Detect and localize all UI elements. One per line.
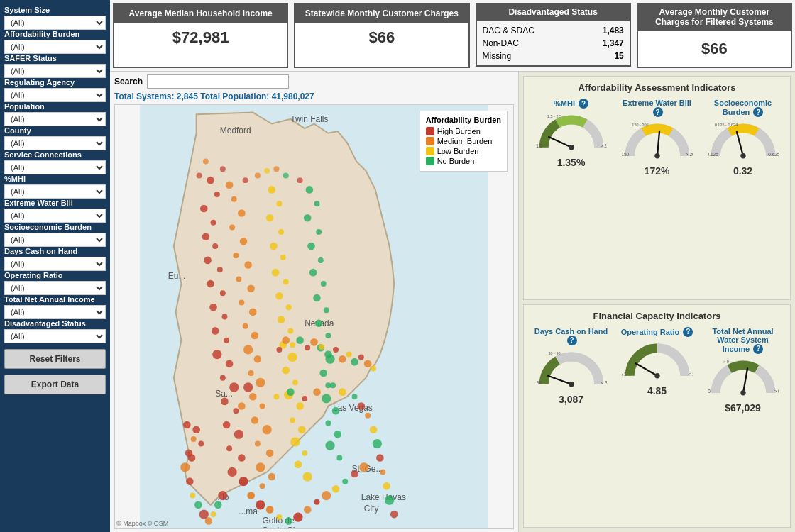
- gauge-label-text: ≤ 1.5: [536, 143, 543, 148]
- filter-select-extreme-water-bill[interactable]: (All): [4, 209, 106, 223]
- svg-point-165: [211, 511, 216, 517]
- dis-row-value: 1,347: [603, 38, 624, 48]
- svg-point-96: [316, 229, 322, 235]
- filter-label-regulating-agency: Regulating Agency: [4, 78, 106, 87]
- svg-point-44: [231, 196, 237, 202]
- svg-point-20: [212, 243, 218, 249]
- top-stats-row: Average Median Household Income $72,981 …: [110, 0, 795, 72]
- filter-select-pct-mhi[interactable]: (All): [4, 184, 106, 199]
- filter-label-county: County: [4, 126, 106, 135]
- svg-point-37: [226, 445, 232, 451]
- svg-point-140: [385, 496, 394, 505]
- filter-select-socioeconomic-burden[interactable]: (All): [4, 233, 106, 247]
- gauge-label-text: > 0: [774, 388, 779, 393]
- svg-point-67: [268, 473, 275, 481]
- svg-point-119: [297, 177, 303, 183]
- svg-point-60: [249, 393, 257, 401]
- avg-monthly-charges-content: $66: [637, 31, 792, 68]
- filter-select-disadvantaged-status[interactable]: (All): [4, 329, 106, 343]
- gauge-label-text: 0: [708, 388, 711, 393]
- svg-point-26: [221, 314, 227, 320]
- reset-filters-button[interactable]: Reset Filters: [4, 349, 106, 369]
- help-icon[interactable]: ?: [683, 327, 693, 337]
- search-row: Search: [114, 74, 514, 89]
- filter-select-system-size[interactable]: (All): [4, 16, 106, 30]
- svg-point-41: [198, 441, 204, 447]
- svg-text:Twin Falls: Twin Falls: [290, 114, 328, 124]
- svg-point-82: [287, 353, 297, 362]
- svg-point-69: [268, 186, 275, 194]
- svg-point-129: [313, 388, 321, 396]
- gauge-needle: [548, 375, 571, 384]
- svg-point-166: [214, 501, 222, 509]
- filter-group-affordability-burden: Affordability Burden(All): [4, 30, 106, 54]
- svg-point-123: [197, 173, 202, 179]
- total-systems-label: Total Systems:: [114, 92, 177, 101]
- help-icon[interactable]: ?: [753, 344, 763, 354]
- help-icon[interactable]: ?: [579, 99, 588, 109]
- filter-select-service-connections[interactable]: (All): [4, 160, 106, 174]
- gauge-value-extreme-water-bill-gauge: 172%: [645, 165, 670, 177]
- gauge-value-days-cash-gauge: 3,087: [559, 394, 583, 405]
- svg-point-62: [251, 416, 259, 424]
- sidebar: System Size(All)Affordability Burden(All…: [0, 0, 110, 532]
- avg-median-income-header: Average Median Household Income: [114, 4, 287, 23]
- svg-point-92: [303, 472, 312, 481]
- svg-point-109: [322, 394, 331, 403]
- filter-group-regulating-agency: Regulating Agency(All): [4, 78, 106, 102]
- gauge-container-pct-mhi-gauge: %MHI ?≤ 1.51.5 - 2.5> 2.51.35%: [532, 99, 610, 168]
- search-input[interactable]: [147, 74, 289, 89]
- dis-row-name: Non-DAC: [483, 38, 519, 48]
- svg-point-142: [238, 477, 248, 486]
- filter-select-regulating-agency[interactable]: (All): [4, 88, 106, 102]
- gauge-label-net-income-gauge: Total Net Annual Water System Income ?: [704, 327, 782, 354]
- svg-point-144: [256, 500, 265, 509]
- svg-point-114: [336, 455, 342, 461]
- svg-point-158: [185, 450, 193, 458]
- help-icon[interactable]: ?: [567, 336, 577, 345]
- svg-point-86: [296, 402, 304, 410]
- filter-select-population[interactable]: (All): [4, 112, 106, 126]
- filter-select-total-net-annual-income[interactable]: (All): [4, 305, 106, 319]
- svg-point-15: [207, 177, 214, 184]
- gauge-container-operating-ratio-gauge: Operating Ratio ?≥ 1< 14.85: [618, 327, 696, 397]
- svg-point-74: [280, 255, 286, 260]
- gauge-svg: 0 - 0.1250.126 - 0.6240.625 - 1: [708, 120, 779, 162]
- gauge-segment: [729, 128, 757, 132]
- filter-select-days-cash-on-hand[interactable]: (All): [4, 257, 106, 271]
- filter-label-population: Population: [4, 102, 106, 111]
- svg-point-95: [304, 214, 312, 222]
- main-content: Average Median Household Income $72,981 …: [110, 0, 795, 532]
- svg-point-51: [247, 284, 255, 292]
- legend-dot: [426, 157, 434, 165]
- svg-point-145: [266, 506, 274, 514]
- svg-point-45: [238, 209, 246, 217]
- gauge-needle: [657, 131, 659, 156]
- svg-point-174: [319, 344, 324, 350]
- filter-select-county[interactable]: (All): [4, 136, 106, 150]
- export-data-button[interactable]: Export Data: [4, 375, 106, 394]
- filter-label-service-connections: Service Connections: [4, 150, 106, 159]
- svg-point-115: [243, 177, 248, 183]
- help-icon[interactable]: ?: [753, 107, 763, 117]
- filter-select-affordability-burden[interactable]: (All): [4, 40, 106, 54]
- svg-point-132: [352, 394, 358, 399]
- filter-select-safer-status[interactable]: (All): [4, 64, 106, 78]
- filter-select-operating-ratio[interactable]: (All): [4, 281, 106, 295]
- map-container[interactable]: Medford Eu... Nevada Sa... Las Vegas St.…: [114, 104, 514, 529]
- svg-text:Santa Clara: Santa Clara: [263, 526, 307, 528]
- gauge-svg: ≥ 1< 1: [622, 340, 693, 382]
- svg-point-31: [220, 375, 226, 381]
- filter-group-socioeconomic-burden: Socioeconomic Burden(All): [4, 223, 106, 247]
- svg-point-157: [191, 436, 197, 442]
- svg-point-88: [298, 426, 306, 433]
- svg-point-83: [282, 367, 290, 375]
- help-icon[interactable]: ?: [653, 107, 663, 117]
- filter-group-system-size: System Size(All): [4, 6, 106, 30]
- svg-point-73: [270, 243, 278, 250]
- filter-group-extreme-water-bill: Extreme Water Bill(All): [4, 199, 106, 223]
- svg-point-153: [342, 479, 348, 484]
- svg-point-76: [283, 279, 289, 284]
- svg-point-68: [260, 483, 265, 489]
- map-credit: © Mapbox © OSM: [116, 520, 168, 527]
